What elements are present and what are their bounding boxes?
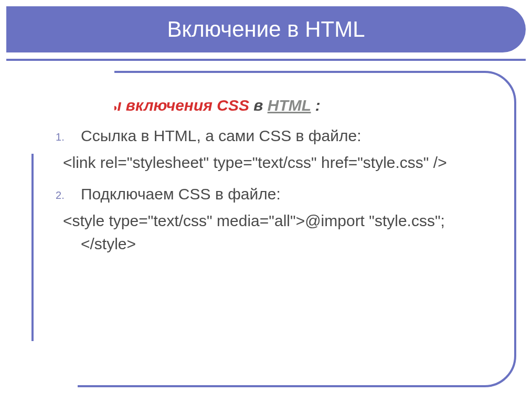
intro-line: Способы включения CSS в HTML : bbox=[49, 94, 488, 117]
item-label: Подключаем CSS в файле: bbox=[81, 185, 281, 203]
code-block: <link rel="stylesheet" type="text/css" h… bbox=[63, 151, 488, 174]
slide-title: Включение в HTML bbox=[167, 17, 365, 42]
list-item: Ссылка в HTML, а сами CSS в файле: bbox=[81, 124, 488, 147]
title-bar: Включение в HTML bbox=[6, 6, 526, 52]
methods-list: Ссылка в HTML, а сами CSS в файле: bbox=[49, 124, 488, 147]
intro-dark: в bbox=[249, 97, 268, 114]
content-box: Способы включения CSS в HTML : Ссылка в … bbox=[31, 71, 516, 387]
intro-html-link[interactable]: HTML bbox=[268, 97, 311, 114]
code-block: <style type="text/css" media="all">@impo… bbox=[63, 209, 488, 255]
methods-list-2: Подключаем CSS в файле: bbox=[49, 183, 488, 206]
corner-mask-bottom-left bbox=[30, 341, 78, 388]
item-label: Ссылка в HTML, а сами CSS в файле: bbox=[81, 127, 361, 144]
title-underline bbox=[6, 59, 526, 61]
list-item: Подключаем CSS в файле: bbox=[81, 183, 488, 206]
slide: Включение в HTML Способы включения CSS в… bbox=[0, 0, 532, 403]
intro-tail: : bbox=[311, 97, 321, 114]
